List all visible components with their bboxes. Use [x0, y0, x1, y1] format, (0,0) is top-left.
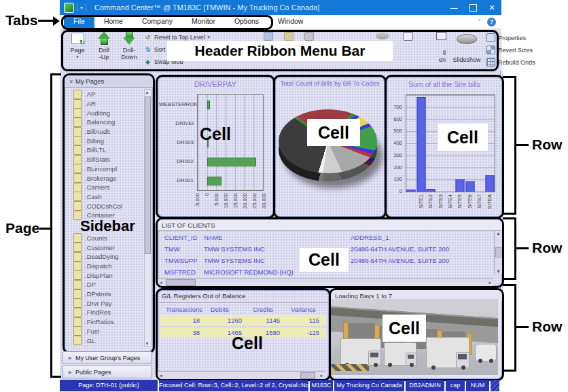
scroll-right-icon[interactable]: ▸ [320, 373, 323, 378]
sidebar-item-deaddying[interactable]: .DeadDying [65, 252, 153, 262]
sidebar-item-billltl[interactable]: .BillLTL [65, 145, 153, 155]
row2-bracket-bottom [503, 278, 516, 280]
tab-monitor[interactable]: Monitor [182, 15, 225, 29]
collapse-ribbon-icon[interactable]: ⌃ [476, 18, 482, 25]
column-header: NAME [197, 232, 344, 244]
vertical-scrollbar[interactable]: ▲ ▼ [494, 231, 502, 274]
scrollbar-thumb[interactable] [300, 372, 315, 379]
scroll-down-icon[interactable]: ▼ [145, 342, 149, 346]
sidebar-item-label: .DeadDying [85, 253, 119, 260]
drill-down-button[interactable]: Drill- Down [117, 31, 141, 60]
hidden-toolbar-icon[interactable] [264, 32, 273, 41]
sidebar-item-balancing[interactable]: .Balancing [65, 118, 153, 127]
sidebar-item-customer[interactable]: .Customer [65, 243, 153, 252]
properties-button[interactable]: Properties [486, 33, 526, 42]
hidden-toolbar-icon[interactable] [284, 32, 294, 41]
drill-up-icon-stem [101, 39, 108, 45]
quick-access-caret-icon[interactable]: ▾ [80, 5, 83, 11]
cell-pie-chart[interactable]: Total Count of Bills by Bill To Codes [273, 75, 387, 219]
tab-options[interactable]: Options [225, 15, 268, 29]
page-icon [73, 155, 82, 164]
tab-company[interactable]: Company [132, 15, 182, 29]
resize-grip[interactable] [491, 380, 499, 391]
my-pages-header[interactable]: » My Pages [65, 75, 153, 88]
scrollbar-thumb[interactable] [166, 279, 196, 286]
revert-sizes-icon [486, 46, 495, 54]
scroll-down-icon[interactable]: ▼ [495, 269, 502, 274]
tab-home[interactable]: Home [94, 15, 132, 29]
sidebar-item-cash[interactable]: .Cash [65, 192, 153, 202]
scroll-left-icon[interactable]: ◂ [160, 373, 162, 378]
page-icon [73, 173, 82, 183]
full-screen-button[interactable]: ll en [433, 32, 448, 63]
hidden-toolbar-icon[interactable] [304, 32, 314, 41]
menu-tab-row: FileHomeCompanyMonitorOptionsWindow ⌃ ? [60, 15, 501, 29]
sidebar-item-drvr-pay[interactable]: .Drvr Pay [65, 298, 153, 308]
page-icon [73, 108, 82, 118]
bar-site1 [416, 97, 425, 192]
cell-header: G/L Registers Out of Balance [158, 290, 329, 301]
annotation-cell-label: Cell [192, 121, 238, 147]
bar-websterron [207, 101, 210, 109]
scroll-up-icon[interactable]: ▲ [495, 231, 502, 236]
sidebar-item-label: .BillStats [85, 156, 110, 163]
sidebar-item-label: .Balancing [85, 118, 115, 126]
sidebar-item-finratios[interactable]: .FinRatios [65, 317, 153, 327]
page-button[interactable]: Page ▾ [65, 33, 90, 60]
chevrons-right-icon: » [68, 369, 71, 376]
sidebar-scrollbar[interactable]: ▲ ▼ [144, 89, 152, 347]
rebuild-grids-button[interactable]: Rebuild Grids [486, 58, 535, 67]
reset-caret-icon: ▾ [207, 35, 210, 40]
sidebar-item-carriers[interactable]: .Carriers [65, 183, 153, 192]
sidebar-item-label: .BillAudit [85, 128, 110, 135]
scrollbar-thumb[interactable] [145, 96, 151, 254]
sidebar-item-fuel[interactable]: .Fuel [65, 327, 153, 336]
full-screen-label: ll [436, 50, 446, 56]
my-user-groups-pages-bar[interactable]: » My User Group's Pages [63, 351, 152, 364]
bar-unlabeled [407, 190, 416, 192]
column-header: Variance [285, 304, 325, 313]
help-icon[interactable]: ? [487, 18, 496, 26]
scrollbar-thumb[interactable] [495, 247, 501, 257]
x-axis-labels: SITE1SITE2SITE3SITE4SITE5SITE6SITE7SITEA [406, 194, 494, 211]
tabs-arrow-head [53, 16, 60, 26]
sidebar-item-gl[interactable]: .GL [65, 336, 153, 345]
public-pages-bar[interactable]: » Public Pages [63, 366, 152, 378]
scroll-up-icon[interactable]: ▲ [145, 90, 149, 94]
reset-to-top-level-button[interactable]: ↺ Reset to Top Level ▾ [144, 33, 210, 41]
minimize-button[interactable]: — [444, 0, 463, 15]
status-segment: NUM [466, 380, 489, 391]
sidebar-item-dispatch[interactable]: .Dispatch [65, 262, 153, 271]
sidebar-item-blincompl[interactable]: .BLincompl [65, 164, 153, 174]
tab-file[interactable]: File [64, 15, 94, 29]
sidebar-item-dpstmts[interactable]: .DPstmts [65, 289, 153, 299]
drill-up-button[interactable]: Drill -Up [92, 31, 116, 60]
sidebar-item-findres[interactable]: .FindRes [65, 308, 153, 317]
sidebar-item-label: .Auditing [85, 109, 110, 117]
horizontal-scrollbar[interactable]: ◂ ▸ [158, 278, 493, 286]
scroll-right-icon[interactable]: ▸ [489, 280, 491, 285]
sidebar-item-ap[interactable]: .AP [65, 90, 153, 99]
hidden-toolbar-icon[interactable] [403, 32, 413, 41]
sidebar-item-billstats[interactable]: .BillStats [65, 155, 153, 164]
sidebar-item-billaudit[interactable]: .BillAudit [65, 127, 153, 137]
sidebar-item-ar[interactable]: .AR [65, 99, 153, 109]
table-row[interactable]: 1812601145115 [160, 315, 325, 325]
sidebar-item-label: .FindRes [85, 308, 111, 316]
sidebar-item-brokerage[interactable]: .Brokerage [65, 173, 153, 183]
revert-sizes-button[interactable]: Revert Sizes [486, 46, 533, 54]
sidebar-item-auditing[interactable]: .Auditing [65, 108, 153, 118]
scroll-left-icon[interactable]: ◂ [160, 280, 162, 285]
sidebar-item-billing[interactable]: .Billing [65, 136, 153, 145]
slideshow-button[interactable]: Slideshow [451, 34, 482, 63]
sidebar-item-dispplan[interactable]: .DispPlan [65, 270, 153, 280]
sidebar-item-codcshcol[interactable]: .CODCshCol [65, 201, 153, 211]
maximize-button[interactable] [463, 0, 482, 15]
x-axis-ticks: -5,00005,00010,00015,00020,00025,00030,0… [197, 192, 264, 211]
tab-window[interactable]: Window [268, 15, 313, 29]
hidden-toolbar-icon[interactable] [376, 32, 389, 39]
horizontal-scrollbar[interactable]: ◂ ▸ [158, 371, 325, 379]
cell-driverpay-chart[interactable]: DRIVERPAY WEBSTERRONDRIVEIDR003DR002DR00… [156, 75, 275, 219]
close-button[interactable]: ✕ [482, 0, 501, 15]
sidebar-item-dp[interactable]: .DP [65, 280, 153, 289]
